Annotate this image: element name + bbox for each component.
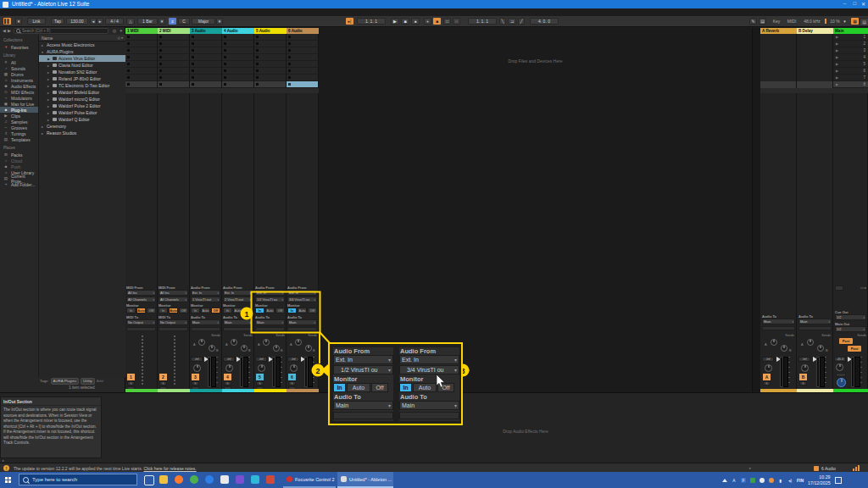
- scene-row[interactable]: ▶4: [833, 54, 868, 61]
- clip-slot[interactable]: [287, 34, 319, 41]
- scene-row[interactable]: ▶6: [833, 68, 868, 75]
- language-indicator[interactable]: FIN: [797, 478, 804, 483]
- scene-play-icon[interactable]: ▶: [836, 62, 838, 66]
- scene-row[interactable]: ▶7: [833, 75, 868, 81]
- firefox-icon[interactable]: [175, 475, 183, 484]
- solo-button[interactable]: S: [288, 381, 296, 385]
- scene-row[interactable]: ▶3: [833, 47, 868, 54]
- clip-slot[interactable]: [190, 61, 222, 68]
- return-slot-row8[interactable]: [760, 81, 796, 88]
- input-type-chooser[interactable]: All Ins▾: [159, 290, 188, 296]
- scene-play-icon[interactable]: ▶: [836, 48, 838, 53]
- clip-slot[interactable]: [287, 75, 319, 81]
- list-item[interactable]: ▾AURA Plugins: [39, 48, 125, 55]
- send-b-knob[interactable]: [817, 345, 824, 352]
- output-channel-chooser[interactable]: [255, 327, 285, 331]
- follow-button[interactable]: ▸|: [346, 18, 353, 25]
- send-b-post-toggle[interactable]: Post: [848, 346, 861, 352]
- clip-slot[interactable]: [254, 75, 287, 81]
- sidebar-item-sounds[interactable]: ♪Sounds: [0, 65, 38, 71]
- scene-play-icon[interactable]: ▶: [836, 69, 838, 73]
- play-button[interactable]: ▶: [391, 18, 399, 25]
- clip-slot[interactable]: [158, 75, 190, 81]
- mail-icon[interactable]: [220, 475, 229, 484]
- sidebar-item-favorites[interactable]: ♥ Favorites: [0, 44, 38, 50]
- monitor-auto-button[interactable]: Auto: [136, 308, 146, 313]
- scene-row[interactable]: ▶2: [833, 41, 868, 47]
- input-type-chooser[interactable]: Ext. In▾: [223, 290, 253, 296]
- monitor-in-button[interactable]: In: [255, 308, 264, 313]
- monitor-auto-button[interactable]: Auto: [298, 308, 307, 313]
- volume-display[interactable]: -Inf: [798, 357, 810, 362]
- chrome-icon[interactable]: [190, 475, 198, 484]
- clip-slot[interactable]: [222, 47, 254, 54]
- sidebar-item-grooves[interactable]: ∼Grooves: [0, 125, 38, 130]
- clip-slot[interactable]: [125, 81, 158, 88]
- track-header-5[interactable]: 5 Audio: [254, 28, 287, 34]
- browser-back-icon[interactable]: ◀: [3, 28, 6, 33]
- list-header[interactable]: Name ◎ ▾: [39, 35, 125, 42]
- track-activator[interactable]: 4: [224, 374, 231, 380]
- output-type-chooser[interactable]: Main▾: [399, 401, 459, 410]
- clip-slot[interactable]: [254, 47, 287, 54]
- punch-in-button[interactable]: ╲: [499, 18, 506, 25]
- task-view-icon[interactable]: [144, 475, 154, 485]
- file-explorer-icon[interactable]: [159, 475, 168, 484]
- list-item[interactable]: ▸Waldorf microQ Editor: [39, 96, 125, 103]
- track-activator[interactable]: 3: [192, 374, 199, 380]
- sidebar-item-midi-effects[interactable]: ◇MIDI Effects: [0, 89, 38, 95]
- input-type-chooser[interactable]: Ext. In▾: [287, 290, 317, 296]
- clip-slot[interactable]: [190, 54, 222, 61]
- scene-play-icon[interactable]: ▶: [836, 55, 838, 59]
- send-b-knob[interactable]: [781, 345, 787, 352]
- sidebar-item-cloud[interactable]: ○Cloud: [0, 158, 38, 164]
- clip-slot[interactable]: [222, 41, 254, 47]
- cpu-chevron-icon[interactable]: ▾: [842, 18, 848, 25]
- cue-volume-knob[interactable]: [837, 378, 846, 387]
- track-header-2[interactable]: 2 MIDI: [158, 28, 190, 34]
- output-channel-chooser[interactable]: [287, 327, 317, 331]
- browser-forward-icon[interactable]: ▶: [8, 28, 11, 33]
- solo-button[interactable]: S: [192, 381, 199, 385]
- list-item[interactable]: ▸Waldorf Pulse 2 Editor: [39, 103, 125, 109]
- output-type-chooser[interactable]: Main▾: [762, 319, 795, 324]
- solo-button[interactable]: S: [159, 381, 167, 385]
- clip-slot[interactable]: [158, 68, 190, 75]
- clip-slot[interactable]: [125, 68, 158, 75]
- clip-slot[interactable]: [158, 41, 190, 47]
- maximize-button[interactable]: □: [853, 1, 856, 6]
- sidebar-item-packs[interactable]: ⊞Packs: [0, 152, 38, 158]
- list-item[interactable]: ▸Novation SN2 Editor: [39, 69, 125, 75]
- clip-slot[interactable]: [158, 34, 190, 41]
- tempo-follower-toggle[interactable]: ▾: [15, 18, 22, 25]
- quantize-chevron-icon[interactable]: ▾: [159, 18, 165, 25]
- clip-slot[interactable]: [158, 81, 190, 88]
- automation-arm-button[interactable]: ■: [433, 18, 441, 25]
- track-activator[interactable]: 6: [288, 374, 296, 380]
- cue-out-chooser[interactable]: 1/2▾: [835, 314, 866, 320]
- clip-slot[interactable]: [222, 34, 254, 41]
- input-type-chooser[interactable]: Ext. In▾: [191, 290, 220, 296]
- session-view-toggle-icon[interactable]: ▦: [851, 18, 859, 25]
- output-type-chooser[interactable]: No Output▾: [159, 319, 188, 325]
- sidebar-item-instruments[interactable]: ⌂Instruments: [0, 77, 38, 83]
- list-item[interactable]: ▸TC Electronic D-Two Editor: [39, 82, 125, 89]
- browser-filter-icon[interactable]: ◎: [113, 28, 116, 33]
- output-channel-chooser[interactable]: [126, 327, 156, 331]
- send-a-knob[interactable]: [263, 339, 270, 346]
- sidebar-item-modulators[interactable]: ≈Modulators: [0, 95, 38, 101]
- sidebar-item-samples[interactable]: ♫Samples: [0, 119, 38, 125]
- output-channel-chooser[interactable]: [798, 326, 832, 330]
- monitor-auto-button[interactable]: Auto: [201, 308, 210, 313]
- list-item[interactable]: ▸Waldorf Pulse Editor: [39, 109, 125, 116]
- clip-slot[interactable]: [254, 61, 287, 68]
- solo-button[interactable]: S: [256, 381, 264, 385]
- volume-display[interactable]: -Inf: [762, 357, 774, 362]
- clip-slot[interactable]: [190, 34, 222, 41]
- monitor-in-button[interactable]: In: [333, 383, 346, 392]
- sidebar-item-current-project[interactable]: ▤Current Proje...: [0, 175, 38, 181]
- start-button[interactable]: [5, 477, 11, 483]
- clip-slot[interactable]: [190, 75, 222, 81]
- return-header-b[interactable]: B Delay: [797, 28, 833, 34]
- track-header-4[interactable]: 4 Audio: [222, 28, 254, 34]
